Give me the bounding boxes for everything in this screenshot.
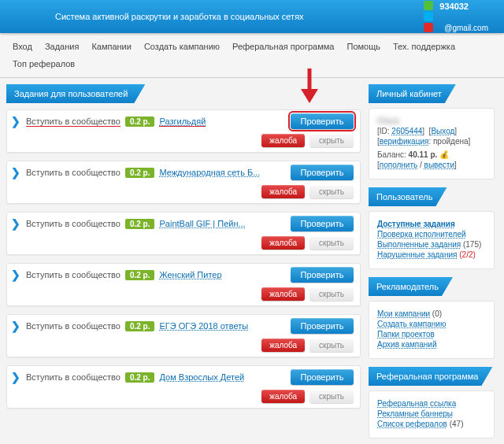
- nav-top-referrals[interactable]: Топ рефералов: [8, 57, 80, 71]
- nav-campaigns[interactable]: Кампании: [87, 39, 136, 54]
- chevron-right-icon[interactable]: ❯: [10, 115, 21, 128]
- complain-button[interactable]: жалоба: [261, 236, 305, 250]
- hide-button[interactable]: скрыть: [309, 390, 354, 403]
- main-heading-ribbon: Задания для пользователей: [6, 84, 361, 103]
- done-tasks-link[interactable]: Выполненные задания: [377, 240, 461, 249]
- check-performers-link[interactable]: Проверка исполнителей: [377, 230, 466, 239]
- task-card: ❯Вступить в сообщество0.2 р.Международна…: [6, 161, 361, 204]
- nav-help[interactable]: Помощь: [342, 39, 385, 54]
- hide-button[interactable]: скрыть: [309, 236, 354, 250]
- ref-banners-link[interactable]: Рекламные баннеры: [377, 409, 453, 418]
- task-type-label: Вступить в сообщество: [26, 219, 120, 228]
- task-target-link[interactable]: PaintBall GIF | Пейн...: [159, 219, 245, 228]
- chevron-right-icon[interactable]: ❯: [10, 320, 21, 332]
- task-target-link[interactable]: Международная сеть Б...: [159, 168, 260, 177]
- task-target-link[interactable]: Разгильдяй: [159, 117, 206, 126]
- sidebar-heading-user: Пользователь: [369, 187, 495, 205]
- nav-support[interactable]: Тех. поддержка: [388, 39, 460, 54]
- nav-create-campaign[interactable]: Создать кампанию: [139, 39, 224, 54]
- check-button[interactable]: Проверить: [291, 369, 354, 385]
- hide-button[interactable]: скрыть: [309, 185, 354, 198]
- tasks-list: ❯Вступить в сообщество0.2 р.РазгильдяйПр…: [6, 109, 361, 409]
- check-button[interactable]: Проверить: [291, 216, 354, 231]
- task-card: ❯Вступить в сообщество0.2 р.Дом Взрослых…: [6, 365, 361, 409]
- skype-icon: [424, 12, 433, 21]
- task-target-link[interactable]: Женский Питер: [159, 270, 221, 279]
- verification-link[interactable]: верификация: [380, 137, 429, 146]
- chevron-right-icon[interactable]: ❯: [10, 268, 21, 281]
- mail-icon: [424, 23, 433, 32]
- balance-value: 40.11 р.: [409, 150, 438, 159]
- nav-tasks[interactable]: Задания: [40, 39, 83, 54]
- available-tasks-link[interactable]: Доступные задания: [377, 220, 455, 228]
- withdraw-link[interactable]: вывести: [424, 161, 454, 169]
- my-campaigns-link[interactable]: Мои кампании: [377, 309, 430, 318]
- nav-referral[interactable]: Реферальная программа: [228, 39, 339, 54]
- task-type-label: Вступить в сообщество: [26, 270, 120, 279]
- complain-button[interactable]: жалоба: [261, 390, 305, 403]
- user-email: @gmail.com: [444, 24, 488, 32]
- nav-login[interactable]: Вход: [8, 39, 37, 54]
- task-price-badge: 0.2 р.: [125, 117, 155, 127]
- top-banner: Система активной раскрутки и заработка в…: [0, 0, 504, 33]
- hide-button[interactable]: скрыть: [309, 287, 354, 301]
- task-card: ❯Вступить в сообщество0.2 р.ЕГЭ ОГЭ 2018…: [6, 314, 361, 357]
- icq-icon: [424, 1, 433, 10]
- create-campaign-link[interactable]: Создать кампанию: [377, 320, 446, 328]
- task-target-link[interactable]: ЕГЭ ОГЭ 2018 ответы: [159, 321, 248, 331]
- task-card: ❯Вступить в сообщество0.2 р.Женский Пите…: [6, 263, 361, 306]
- topup-link[interactable]: пополнить: [380, 161, 417, 169]
- account-id-link[interactable]: 2605444: [391, 127, 422, 135]
- online-count: 934032: [439, 2, 488, 11]
- task-type-label: Вступить в сообщество: [26, 168, 120, 177]
- ref-link[interactable]: Реферальная ссылка: [377, 399, 456, 408]
- chevron-right-icon[interactable]: ❯: [10, 371, 21, 383]
- sidebar-heading-referral: Реферальная программа: [369, 367, 495, 384]
- referral-panel: Реферальная ссылка Рекламные баннеры Спи…: [369, 390, 495, 438]
- campaign-archive-link[interactable]: Архив кампаний: [377, 340, 437, 349]
- task-price-badge: 0.2 р.: [125, 372, 155, 383]
- tagline-text: Система активной раскрутки и заработка в…: [55, 12, 304, 21]
- task-price-badge: 0.2 р.: [125, 168, 155, 178]
- task-type-label: Вступить в сообщество: [26, 117, 120, 126]
- check-button[interactable]: Проверить: [291, 113, 354, 129]
- check-button[interactable]: Проверить: [291, 267, 354, 283]
- complain-button[interactable]: жалоба: [261, 287, 305, 301]
- ref-list-link[interactable]: Список рефералов: [377, 420, 447, 428]
- user-panel: Доступные задания Проверка исполнителей …: [369, 211, 495, 269]
- task-type-label: Вступить в сообщество: [26, 372, 120, 382]
- main-heading-text: Задания для пользователей: [6, 84, 145, 103]
- complain-button[interactable]: жалоба: [261, 339, 305, 352]
- project-folders-link[interactable]: Папки проектов: [377, 330, 435, 339]
- complain-button[interactable]: жалоба: [261, 185, 305, 198]
- check-button[interactable]: Проверить: [291, 165, 354, 180]
- task-price-badge: 0.2 р.: [125, 270, 155, 280]
- account-username: Ольга: [377, 117, 486, 125]
- task-price-badge: 0.2 р.: [125, 219, 155, 229]
- top-right-cluster: 934032 @gmail.com: [424, 1, 504, 32]
- task-type-label: Вступить в сообщество: [26, 321, 120, 331]
- task-price-badge: 0.2 р.: [125, 321, 155, 331]
- wallet-icon: 💰: [439, 150, 449, 159]
- logout-link[interactable]: Выход: [431, 127, 454, 135]
- task-card: ❯Вступить в сообщество0.2 р.РазгильдяйПр…: [6, 109, 361, 153]
- task-target-link[interactable]: Дом Взрослых Детей: [159, 372, 244, 382]
- sidebar-heading-account: Личный кабинет: [369, 84, 495, 102]
- advertiser-panel: Мои кампании (0) Создать кампанию Папки …: [369, 301, 495, 359]
- broken-tasks-link[interactable]: Нарушенные задания: [377, 250, 457, 259]
- main-nav: Вход Задания Кампании Создать кампанию Р…: [0, 33, 504, 78]
- hide-button[interactable]: скрыть: [309, 134, 354, 147]
- sidebar-heading-advertiser: Рекламодатель: [369, 277, 495, 294]
- check-button[interactable]: Проверить: [291, 318, 354, 334]
- complain-button[interactable]: жалоба: [261, 134, 305, 147]
- chevron-right-icon[interactable]: ❯: [10, 166, 21, 179]
- task-card: ❯Вступить в сообщество0.2 р.PaintBall GI…: [6, 212, 361, 255]
- chevron-right-icon[interactable]: ❯: [10, 217, 21, 230]
- hide-button[interactable]: скрыть: [309, 339, 354, 352]
- account-panel: Ольга [ID: 2605444] [Выход] [верификация…: [369, 108, 495, 179]
